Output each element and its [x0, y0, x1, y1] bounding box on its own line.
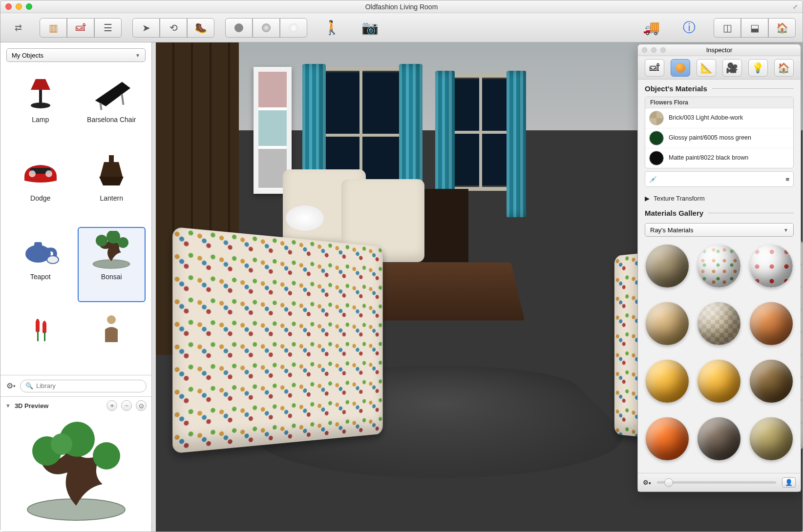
library-sidebar: My Objects ▼ Lamp Barselona Chair: [0, 42, 152, 532]
inspector-panel: Inspector 🛋 📐 🎥 💡 🏠 Object's Materials F…: [637, 44, 801, 492]
view-split-button[interactable]: ⬓: [741, 18, 768, 38]
measure-tool-button[interactable]: 🥾: [187, 18, 214, 38]
teapot-icon: [16, 231, 65, 270]
import-model-button[interactable]: 🚚: [637, 18, 665, 38]
object-label: Bonsai: [101, 273, 122, 281]
materials-list: Flowers Flora Brick/003 Light Adobe-work…: [645, 97, 794, 168]
chair-icon: [85, 70, 138, 116]
gallery-material[interactable]: [697, 302, 740, 345]
object-label: Barselona Chair: [87, 116, 136, 123]
material-swatch-icon: [649, 111, 664, 125]
minimize-icon[interactable]: [16, 3, 22, 10]
object-item-bonsai[interactable]: Bonsai: [78, 227, 146, 303]
pointer-tool-button[interactable]: ➤: [132, 18, 160, 38]
gallery-material[interactable]: [750, 245, 793, 287]
info-button[interactable]: ⓘ: [676, 18, 703, 38]
orbit-tool-button[interactable]: ⟲: [160, 18, 187, 38]
view-3d-button[interactable]: 🏠: [768, 18, 796, 38]
gallery-material[interactable]: [646, 302, 689, 345]
gallery-material[interactable]: [646, 245, 689, 287]
library-search-input[interactable]: [36, 382, 141, 389]
gallery-material[interactable]: [750, 360, 793, 403]
svg-point-17: [107, 315, 116, 324]
furniture-library-button[interactable]: 🛋: [67, 18, 94, 38]
material-row[interactable]: Brick/003 Light Adobe-work: [645, 108, 793, 128]
svg-point-1: [31, 102, 50, 108]
gear-icon[interactable]: ⚙▾: [643, 479, 651, 486]
walkthrough-button[interactable]: 🚶: [318, 18, 345, 38]
zoom-out-icon[interactable]: －: [121, 400, 132, 411]
view-2d-button[interactable]: ◫: [714, 18, 741, 38]
material-row[interactable]: Matte paint/8022 black brown: [645, 148, 793, 168]
inspector-tab-camera[interactable]: 🎥: [722, 59, 742, 77]
gallery-dropdown-label: Ray's Materials: [650, 226, 693, 234]
chevron-down-icon: ▼: [135, 53, 140, 58]
zoom-in-icon[interactable]: ＋: [106, 400, 117, 411]
library-search[interactable]: 🔍: [20, 380, 147, 392]
eyedropper-row[interactable]: 💉 ≡: [645, 171, 794, 187]
inspector-tab-light[interactable]: 💡: [748, 59, 768, 77]
material-row[interactable]: Glossy paint/6005 moss green: [645, 128, 793, 148]
inspector-tab-dimensions[interactable]: 📐: [697, 59, 716, 77]
zoom-icon[interactable]: [26, 3, 32, 10]
svg-rect-15: [37, 330, 39, 341]
building-library-button[interactable]: ▥: [40, 18, 67, 38]
object-item-chair[interactable]: Barselona Chair: [78, 70, 146, 145]
gallery-material[interactable]: [750, 302, 793, 345]
object-item-tulips[interactable]: [6, 305, 75, 373]
preview-viewport[interactable]: [0, 414, 151, 532]
texture-transform-expander[interactable]: ▶ Texture Transform: [638, 190, 801, 207]
library-category-dropdown[interactable]: My Objects ▼: [6, 48, 146, 62]
snapshot-button[interactable]: 📷: [356, 18, 383, 38]
close-icon[interactable]: [5, 3, 12, 10]
inspector-close-icon[interactable]: [642, 47, 647, 53]
zoom-fit-icon[interactable]: ⊙: [136, 400, 147, 411]
svg-point-10: [47, 256, 59, 264]
inspector-tab-materials[interactable]: [671, 59, 690, 77]
gallery-material[interactable]: [697, 417, 740, 460]
material-name: Brick/003 Light Adobe-work: [669, 114, 743, 122]
svg-rect-16: [44, 331, 45, 341]
chevron-down-icon: ▼: [783, 227, 788, 233]
eyedropper-icon: 💉: [649, 176, 657, 183]
gallery-material[interactable]: [646, 360, 689, 403]
inspector-footer: ⚙▾ 👤: [638, 473, 801, 491]
title-bar: Oldfashion Living Room ⤢: [0, 0, 803, 13]
preview-panel: ▼ 3D Preview ＋ － ⊙: [0, 396, 151, 532]
svg-rect-7: [109, 155, 114, 162]
fullscreen-icon[interactable]: ⤢: [793, 3, 798, 10]
render-low-button[interactable]: [225, 18, 253, 38]
render-high-button[interactable]: [280, 18, 307, 38]
preview-size-slider[interactable]: [657, 481, 776, 484]
library-footer: ⚙▾ 🔍: [0, 375, 151, 396]
gallery-material[interactable]: [697, 245, 740, 287]
objects-grid: Lamp Barselona Chair Dodge: [0, 68, 151, 375]
library-category-label: My Objects: [12, 52, 43, 59]
inspector-title: Inspector: [706, 46, 732, 54]
splitter-handle[interactable]: ⋮⋮: [152, 42, 156, 532]
list-library-button[interactable]: ☰: [94, 18, 122, 38]
inspector-tab-object[interactable]: 🛋: [645, 59, 664, 77]
object-item-teapot[interactable]: Teapot: [6, 227, 75, 303]
render-med-button[interactable]: [253, 18, 280, 38]
object-item-lamp[interactable]: Lamp: [6, 70, 75, 145]
object-item-lantern[interactable]: Lantern: [78, 148, 146, 224]
inspector-window-controls: [642, 47, 666, 53]
inspector-tab-building[interactable]: 🏠: [774, 59, 794, 77]
gallery-material[interactable]: [697, 360, 740, 403]
gallery-material[interactable]: [646, 417, 689, 460]
window-controls: [5, 3, 32, 10]
object-item-dodge[interactable]: Dodge: [6, 148, 75, 224]
collapse-icon[interactable]: ▼: [5, 403, 11, 409]
user-icon[interactable]: 👤: [782, 477, 796, 488]
gallery-material[interactable]: [750, 417, 793, 460]
materials-gallery-dropdown[interactable]: Ray's Materials ▼: [645, 223, 794, 237]
inspector-minimize-icon[interactable]: [651, 47, 656, 53]
materials-gallery-heading: Materials Gallery: [645, 209, 794, 217]
nav-toggle-icon[interactable]: ⇄: [7, 20, 29, 36]
gear-icon[interactable]: ⚙▾: [5, 381, 16, 391]
object-item-person[interactable]: [78, 305, 146, 373]
svg-point-12: [96, 235, 107, 246]
object-materials-heading: Object's Materials: [645, 84, 794, 93]
inspector-zoom-icon[interactable]: [660, 47, 666, 53]
